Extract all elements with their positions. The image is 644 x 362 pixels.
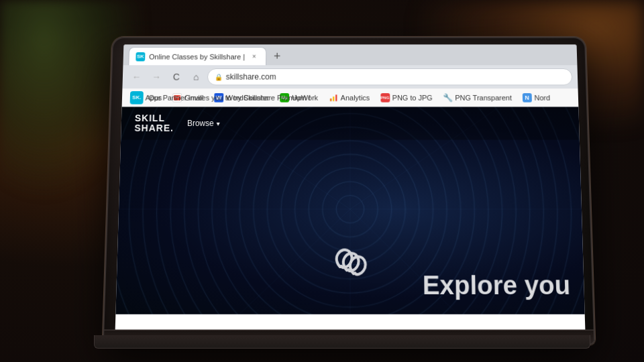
tab-close-button[interactable]: × [249, 51, 260, 61]
svg-rect-0 [330, 98, 331, 101]
browser-tab-active[interactable]: SK Online Classes by Skillshare | × [128, 47, 266, 65]
refresh-button[interactable]: C [168, 68, 185, 85]
explore-heading: Explore you [423, 271, 571, 300]
bookmark-png-transparent-label: PNG Transparent [455, 93, 512, 101]
chevron-down-icon: ▾ [216, 120, 219, 127]
forward-button[interactable]: → [148, 68, 165, 85]
svg-rect-1 [333, 97, 334, 101]
svg-rect-2 [335, 95, 337, 101]
laptop-screen-frame: SK Online Classes by Skillshare | × + ← … [103, 37, 596, 345]
new-tab-button[interactable]: + [269, 48, 285, 64]
png-transparent-favicon: 🔧 [443, 93, 452, 102]
url-display: skillshare.com [226, 72, 276, 82]
bookmark-nord-label: Nord [534, 93, 550, 101]
address-input[interactable]: 🔒 skillshare.com [207, 68, 573, 85]
browser-chrome: SK Online Classes by Skillshare | × + ← … [122, 44, 578, 88]
bookmark-nord[interactable]: N Nord [518, 91, 555, 105]
address-bar-row: ← → C ⌂ 🔒 skillshare.com [122, 65, 578, 88]
tab-title: Online Classes by Skillshare | [149, 52, 245, 60]
nord-favicon: N [522, 93, 531, 102]
bookmark-png2jpg[interactable]: PNG PNG to JPG [376, 91, 437, 105]
home-button[interactable]: ⌂ [187, 68, 205, 85]
browse-label: Browse [187, 119, 214, 128]
bookmark-analytics[interactable]: Analytics [324, 91, 374, 105]
bookmark-png2jpg-label: PNG to JPG [392, 93, 433, 101]
laptop-bottom-bar [94, 335, 590, 349]
partner-badge: SK. [130, 91, 144, 105]
website-content: SKILL SHARE. Browse ▾ [115, 107, 584, 314]
skillshare-header: SKILL SHARE. Browse ▾ [121, 107, 580, 139]
back-button[interactable]: ← [127, 68, 145, 85]
lock-icon: 🔒 [215, 73, 223, 80]
png2jpg-favicon: PNG [380, 93, 390, 102]
analytics-favicon [329, 93, 338, 102]
browse-menu[interactable]: Browse ▾ [187, 119, 220, 128]
screen-bezel: SK Online Classes by Skillshare | × + ← … [115, 44, 586, 339]
bookmark-analytics-label: Analytics [341, 93, 370, 101]
partner-banner-text: Our Partner invites you to try Skillshar… [148, 93, 310, 101]
laptop-wrapper: SK Online Classes by Skillshare | × + ← … [107, 34, 590, 342]
tab-favicon: SK [136, 52, 145, 61]
bookmark-png-transparent[interactable]: 🔧 PNG Transparent [438, 91, 517, 105]
skillshare-logo: SKILL SHARE. [134, 113, 174, 133]
tab-bar: SK Online Classes by Skillshare | × + [123, 44, 577, 65]
skillshare-watermark [323, 229, 378, 286]
